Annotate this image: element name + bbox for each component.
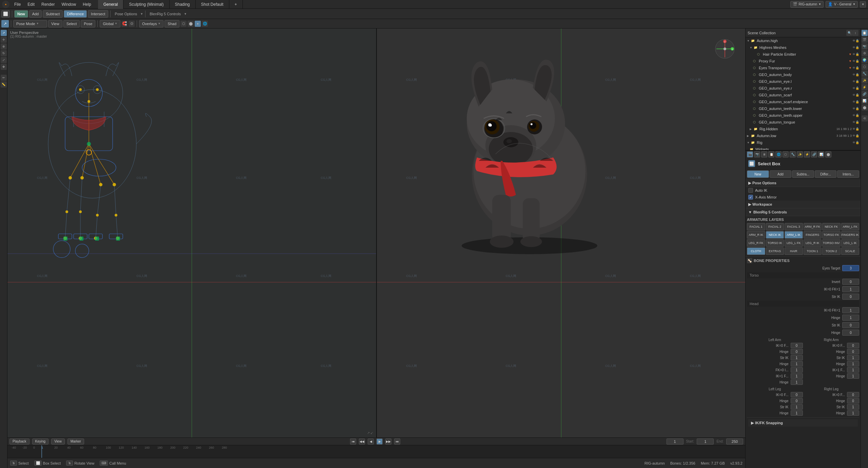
- viewport-right[interactable]: CG人网 CG人网 CG人网 CG人网 CG人网 CG人网 CG人网 CG人网 …: [377, 29, 746, 437]
- arm-l-fk0i-value[interactable]: 1: [791, 367, 803, 373]
- menu-render[interactable]: Render: [38, 1, 58, 7]
- layer-torso-ik[interactable]: TORSO IK: [766, 239, 784, 247]
- leg-l-hinge-value[interactable]: 0: [791, 398, 803, 404]
- snap-icon[interactable]: 🧲: [121, 21, 128, 27]
- prop-icon-world[interactable]: 🌐: [775, 151, 782, 157]
- outliner-item-hair[interactable]: ⬡ Hair Particle Emitter ▼ 👁 🔒: [746, 51, 861, 58]
- layer-leg-l-ik[interactable]: LEG_L IK: [841, 239, 860, 247]
- right-icon-11[interactable]: 📊: [862, 98, 868, 104]
- head-ik-fk-value[interactable]: 1: [842, 307, 859, 313]
- prop-icon-modifier[interactable]: 🔧: [790, 151, 796, 157]
- keying-menu[interactable]: Keying: [32, 438, 49, 445]
- arm-l-hinge-value[interactable]: 0: [791, 349, 803, 354]
- measure-tool[interactable]: 📏: [1, 81, 7, 88]
- right-icon-9[interactable]: ⚡: [862, 84, 868, 90]
- outliner-item-teeth-upper[interactable]: ⬡ GEO_autumn_teeth.upper 👁 🔒: [746, 112, 861, 119]
- layer-facial2[interactable]: FACIAL 2: [766, 223, 784, 230]
- wireframe-icon[interactable]: ⬡: [180, 21, 187, 27]
- leg-r-hinge-value[interactable]: 0: [847, 398, 859, 404]
- add-button[interactable]: Add: [29, 10, 42, 18]
- arm-l-hinge3-value[interactable]: 1: [791, 379, 803, 385]
- prop-new-btn[interactable]: New: [747, 170, 769, 178]
- right-icon-7[interactable]: 🔧: [862, 71, 868, 77]
- prop-subtract-btn[interactable]: Subtra...: [792, 170, 814, 178]
- layer-neck-ik[interactable]: NECK IK: [766, 231, 784, 239]
- render-icon[interactable]: 🌐: [202, 21, 208, 27]
- leg-r-ik-fk-value[interactable]: 0: [847, 392, 859, 397]
- viewport-shading-btn[interactable]: Shad: [165, 20, 179, 27]
- material-icon[interactable]: ●: [195, 21, 201, 27]
- str-ik-value[interactable]: 0: [842, 294, 859, 300]
- right-icon-4[interactable]: ⚙: [862, 50, 868, 56]
- new-button[interactable]: New: [14, 10, 28, 18]
- marker-menu[interactable]: Marker: [67, 438, 84, 445]
- intersect-button[interactable]: Intersect: [88, 10, 108, 18]
- arm-l-hinge2-value[interactable]: 1: [791, 361, 803, 367]
- current-frame-input[interactable]: 1: [667, 438, 683, 445]
- blenrig-header[interactable]: ▼ BlenRig 5 Controls: [746, 208, 861, 216]
- viewport-nav-gizmo[interactable]: Z X: [715, 39, 735, 59]
- prop-icon-physics[interactable]: ⚡: [804, 151, 810, 157]
- arm-r-hinge3-value[interactable]: 1: [847, 373, 859, 379]
- difference-button[interactable]: Difference: [64, 10, 87, 18]
- right-icon-3[interactable]: 📷: [862, 43, 868, 50]
- x-axis-mirror-checkbox[interactable]: ✓: [748, 195, 753, 200]
- prop-icon-view-layer[interactable]: 📋: [768, 151, 774, 157]
- outliner-item-autumn-high[interactable]: ▼ 📁 Autumn.high 👁 🔒: [746, 37, 861, 44]
- outliner-item-body[interactable]: ⬡ GEO_autumn_body 👁 🔒: [746, 71, 861, 78]
- arm-r-strik-value[interactable]: 1: [847, 355, 859, 360]
- leg-l-strik-value[interactable]: 1: [791, 404, 803, 410]
- leg-l-ik-fk-value[interactable]: 0: [791, 392, 803, 397]
- prop-icon-output[interactable]: 🖥: [761, 151, 767, 157]
- workspace-tab-shot[interactable]: Shot Default: [196, 0, 229, 9]
- menu-help[interactable]: Help: [79, 1, 95, 7]
- outliner-item-autumn-low[interactable]: ▶ 📁 Autumn.low 3 16 99 1 3 👁 🔒: [746, 132, 861, 139]
- right-icon-5[interactable]: 🌍: [862, 57, 868, 63]
- right-icon-12[interactable]: ⬤: [862, 105, 868, 111]
- select-tool[interactable]: ↗: [1, 30, 7, 36]
- transform-tool[interactable]: ✥: [1, 64, 7, 70]
- right-icon-10[interactable]: 🔗: [862, 91, 868, 97]
- outliner-item-proxy-fur[interactable]: ⬡ Proxy Fur ▼ 👁 🔒: [746, 58, 861, 64]
- layer-neck-fk[interactable]: NECK FK: [822, 223, 841, 230]
- tool-select-icon[interactable]: ↗: [1, 20, 9, 27]
- arm-r-ik-fk-value[interactable]: 0: [847, 343, 859, 348]
- outliner-item-rig[interactable]: ▼ 📁 Rig 👁 🔒: [746, 139, 861, 146]
- solid-icon[interactable]: ⬤: [188, 21, 194, 27]
- view-menu-btn[interactable]: View: [48, 20, 62, 27]
- layer-extras[interactable]: EXTRAS: [766, 247, 784, 255]
- prop-inters-btn[interactable]: Inters...: [837, 170, 859, 178]
- workspace-tab-shading[interactable]: Shading: [170, 0, 196, 9]
- workspace-tab-add[interactable]: +: [229, 0, 243, 9]
- prop-icon-scene[interactable]: 🎬: [747, 151, 753, 157]
- arm-r-ik1f-value[interactable]: 1: [847, 367, 859, 373]
- head-hinge2-value[interactable]: 0: [842, 330, 859, 336]
- right-icon-8[interactable]: ✨: [862, 77, 868, 83]
- viewport-mode-icon[interactable]: ⬜: [1, 10, 10, 18]
- select-menu-btn[interactable]: Select: [63, 20, 80, 27]
- ik-fk-snapping-header[interactable]: ▶ IK/FK Snapping: [748, 419, 858, 427]
- pose-menu-btn[interactable]: Pose: [81, 20, 95, 27]
- cursor-tool[interactable]: ✛: [1, 37, 7, 43]
- layer-arm-l-ik[interactable]: ARM_L IK: [785, 231, 803, 239]
- close-btn[interactable]: ✕: [860, 1, 866, 7]
- layer-hair[interactable]: HAIR: [785, 247, 803, 255]
- layer-fingers-ik[interactable]: FINGERS IK: [841, 231, 860, 239]
- layer-facial1[interactable]: FACIAL 1: [747, 223, 765, 230]
- scale-tool[interactable]: ⤢: [1, 57, 7, 63]
- blenrig-dropdown[interactable]: ▼: [184, 12, 187, 16]
- outliner-item-teeth-lower[interactable]: ⬡ GEO_autumn_teeth.lower 👁 🔒: [746, 105, 861, 112]
- annotate-tool[interactable]: ✏: [1, 75, 7, 81]
- playback-menu[interactable]: Playback: [9, 438, 30, 445]
- layer-torso-inv[interactable]: TORSO INV: [822, 239, 841, 247]
- view-menu-timeline[interactable]: View: [51, 438, 65, 445]
- head-hinge-value[interactable]: 1: [842, 315, 859, 321]
- subtract-button[interactable]: Subtract: [43, 10, 63, 18]
- pose-mode-btn[interactable]: Pose Mode ▼: [13, 20, 47, 27]
- arm-r-hinge2-value[interactable]: 1: [847, 361, 859, 367]
- layer-arm-l-fk[interactable]: ARM_L FK: [841, 223, 860, 230]
- prop-icon-object[interactable]: ⬡: [783, 151, 789, 157]
- menu-window[interactable]: Window: [58, 1, 79, 7]
- view-selector[interactable]: 👤V - General▼: [826, 1, 858, 8]
- scene-selector[interactable]: Blender 🎬RIG-autumn▼: [790, 1, 824, 8]
